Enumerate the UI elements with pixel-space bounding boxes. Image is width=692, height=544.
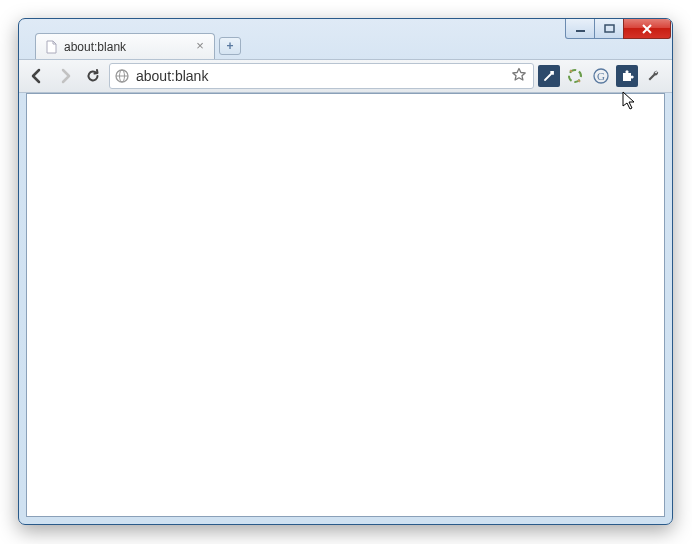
url-input[interactable] xyxy=(136,68,505,84)
browser-tab[interactable]: about:blank × xyxy=(35,33,215,59)
bookmark-star-icon[interactable] xyxy=(511,67,529,85)
tab-strip: about:blank × + xyxy=(19,33,672,59)
extension-button-3[interactable]: G xyxy=(590,65,612,87)
globe-icon xyxy=(114,68,130,84)
tab-close-icon[interactable]: × xyxy=(194,41,206,53)
page-content xyxy=(26,93,665,517)
new-tab-button[interactable]: + xyxy=(219,37,241,55)
back-button[interactable] xyxy=(25,64,49,88)
tab-title: about:blank xyxy=(64,40,188,54)
svg-text:G: G xyxy=(597,70,605,82)
toolbar: G xyxy=(19,59,672,93)
svg-rect-1 xyxy=(605,25,614,32)
reload-button[interactable] xyxy=(81,64,105,88)
address-bar[interactable] xyxy=(109,63,534,89)
extension-button-4[interactable] xyxy=(616,65,638,87)
svg-rect-0 xyxy=(576,30,585,32)
plus-icon: + xyxy=(226,39,233,53)
extension-button-1[interactable] xyxy=(538,65,560,87)
extension-button-2[interactable] xyxy=(564,65,586,87)
browser-window: about:blank × + xyxy=(18,18,673,525)
wrench-menu-button[interactable] xyxy=(642,64,666,88)
page-favicon-icon xyxy=(44,40,58,54)
forward-button[interactable] xyxy=(53,64,77,88)
